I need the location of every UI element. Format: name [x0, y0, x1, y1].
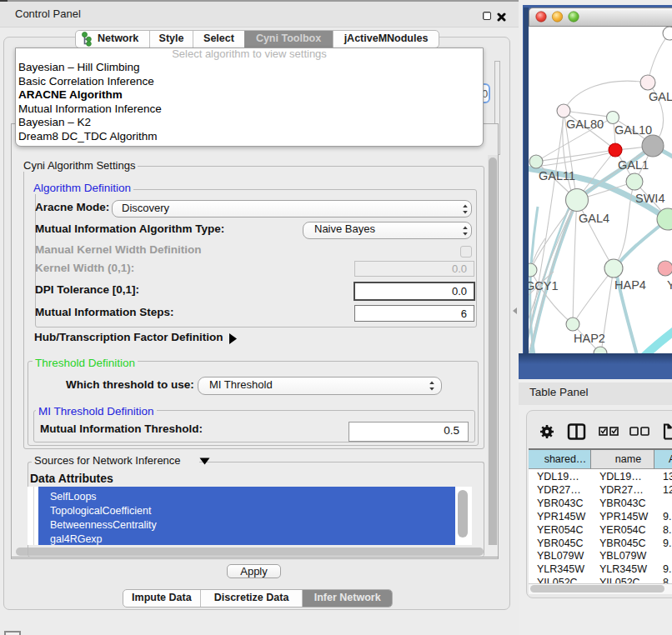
svg-text:HAP4: HAP4 [614, 278, 646, 292]
svg-text:GCY1: GCY1 [529, 279, 559, 292]
svg-text:YD: YD [667, 278, 672, 292]
svg-text:GAL80: GAL80 [566, 118, 604, 131]
svg-text:GAL10: GAL10 [614, 123, 652, 137]
svg-text:GAL11: GAL11 [539, 169, 575, 182]
svg-text:GAL4: GAL4 [579, 212, 609, 225]
svg-text:HAP2: HAP2 [574, 332, 605, 345]
svg-text:GAL1: GAL1 [618, 158, 649, 172]
svg-text:SWI4: SWI4 [635, 192, 664, 205]
svg-text:GAL7: GAL7 [649, 90, 672, 103]
